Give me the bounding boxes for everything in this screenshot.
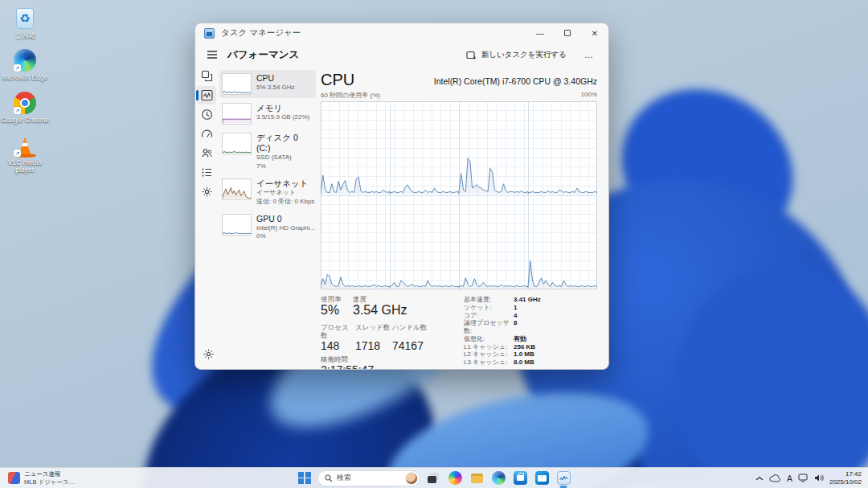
sidebar-item-disk[interactable]: ディスク 0 (C:) SSD (SATA) 7% xyxy=(219,129,316,174)
stat-label: プロセス数 xyxy=(321,323,355,339)
gpu-minichart xyxy=(222,214,252,236)
desktop-icon-label: Google Chrome xyxy=(0,117,50,124)
stat-label: L1 キャッシュ: xyxy=(464,343,514,351)
maximize-button[interactable] xyxy=(554,23,581,43)
cpu-stats-left: 使用率 速度 5% 3.54 GHz プロセス数 スレッド数 ハンドル数 14 xyxy=(321,295,462,370)
nav-details[interactable] xyxy=(197,163,216,182)
base-speed-value: 3.41 GHz xyxy=(514,296,541,304)
shortcut-arrow-icon: ↗ xyxy=(14,107,21,114)
sidebar-item-title: CPU xyxy=(256,73,295,84)
hamburger-menu-icon[interactable] xyxy=(202,50,223,59)
services-icon xyxy=(201,186,213,198)
copilot-button[interactable] xyxy=(446,470,464,487)
sidebar-item-memory[interactable]: メモリ 3.5/15.9 GB (22%) xyxy=(219,100,316,128)
desktop-icon-label: ごみ箱 xyxy=(0,32,50,39)
windows-logo-icon xyxy=(298,472,311,485)
desktop: ♻ ごみ箱 ↗ Microsoft Edge ↗ Google Chrome ↗… xyxy=(0,0,868,488)
outlook-button[interactable] xyxy=(533,470,551,487)
edge-icon xyxy=(492,471,506,485)
stat-label: 使用率 xyxy=(321,295,353,303)
sidebar-item-subtitle: 5% 3.54 GHz xyxy=(256,84,295,92)
task-manager-icon xyxy=(557,471,571,485)
nav-app-history[interactable] xyxy=(197,105,216,124)
sidebar-item-subtitle: 7% xyxy=(256,162,313,170)
widgets-button[interactable]: ニュース速報 MLB ドジャース… xyxy=(5,468,78,488)
tray-date: 2025/10/02 xyxy=(829,478,862,486)
minimize-button[interactable]: — xyxy=(526,23,554,43)
task-manager-button[interactable] xyxy=(555,470,572,487)
stat-label: スレッド数 xyxy=(355,323,392,339)
performance-icon xyxy=(201,89,213,101)
onedrive-cloud-icon[interactable] xyxy=(769,474,781,482)
nav-startup-apps[interactable] xyxy=(197,125,216,143)
run-new-task-button[interactable]: 新しいタスクを実行する xyxy=(460,47,573,64)
shortcut-arrow-icon: ↗ xyxy=(14,64,21,72)
cpu-usage-chart xyxy=(321,101,597,289)
app-history-icon xyxy=(201,109,213,121)
desktop-icon-label: Microsoft Edge xyxy=(0,74,50,81)
thread-count: 1718 xyxy=(355,339,392,352)
nav-rail xyxy=(195,67,218,369)
recycle-bin-icon: ♻ xyxy=(16,8,34,29)
l2-cache-value: 1.0 MB xyxy=(514,351,534,359)
settings-button[interactable] xyxy=(199,345,218,363)
widgets-headline: ニュース速報 xyxy=(24,470,75,478)
ime-indicator[interactable]: A xyxy=(787,474,792,483)
stat-label: L2 キャッシュ: xyxy=(464,351,514,359)
window-title: タスク マネージャー xyxy=(221,27,301,39)
edge-button[interactable] xyxy=(489,470,507,487)
nav-processes[interactable] xyxy=(197,67,216,85)
memory-minichart xyxy=(222,103,252,125)
titlebar[interactable]: タスク マネージャー — ✕ xyxy=(195,23,608,43)
start-button[interactable] xyxy=(296,470,313,487)
maximize-icon xyxy=(564,30,571,36)
search-icon xyxy=(325,474,333,482)
copilot-icon xyxy=(448,471,462,485)
outlook-icon xyxy=(535,471,549,485)
sidebar-item-subtitle: イーサネット xyxy=(256,189,313,197)
file-explorer-button[interactable] xyxy=(468,470,485,487)
stat-label: 基本速度: xyxy=(464,296,514,304)
nav-users[interactable] xyxy=(197,144,216,162)
gear-icon xyxy=(203,348,215,360)
sidebar-item-subtitle: SSD (SATA) xyxy=(256,154,313,162)
nav-services[interactable] xyxy=(197,182,216,201)
virtualization-value: 有効 xyxy=(514,335,526,343)
sidebar-item-subtitle: 0% xyxy=(256,232,313,240)
stat-label: ソケット: xyxy=(464,304,514,312)
desktop-icon-edge[interactable]: ↗ Microsoft Edge xyxy=(0,48,50,81)
tray-chevron-up-icon[interactable] xyxy=(755,476,764,481)
sidebar-item-ethernet[interactable]: イーサネット イーサネット 送信: 0 受信: 0 Kbps xyxy=(219,175,316,209)
sidebar-item-title: イーサネット xyxy=(256,178,313,189)
task-manager-window: タスク マネージャー — ✕ パフォーマンス 新しいタスクを実行する … xyxy=(194,23,609,370)
cpu-usage-value: 5% xyxy=(321,303,353,318)
details-icon xyxy=(201,166,213,178)
running-indicator xyxy=(560,486,567,488)
desktop-icon-vlc[interactable]: ↗ VLC media player xyxy=(0,133,50,174)
tray-clock[interactable]: 17:42 2025/10/02 xyxy=(829,470,865,486)
taskbar-search-input[interactable]: 検索 xyxy=(317,470,420,486)
nav-performance[interactable] xyxy=(197,86,216,105)
microsoft-store-icon xyxy=(514,471,527,485)
desktop-icon-chrome[interactable]: ↗ Google Chrome xyxy=(0,91,50,124)
search-highlight-avatar xyxy=(405,472,418,485)
cpu-model-name: Intel(R) Core(TM) i7-6700 CPU @ 3.40GHz xyxy=(434,76,597,88)
microsoft-store-button[interactable] xyxy=(511,470,529,487)
taskbar: ニュース速報 MLB ドジャース… 検索 xyxy=(0,467,868,488)
stat-label: コア: xyxy=(464,312,514,320)
new-task-icon xyxy=(466,50,477,60)
l3-cache-value: 8.0 MB xyxy=(514,359,534,367)
desktop-icon-label: VLC media player xyxy=(0,159,50,174)
sidebar-item-cpu[interactable]: CPU 5% 3.54 GHz xyxy=(219,70,316,98)
volume-icon[interactable] xyxy=(814,474,824,482)
stat-label: 仮想化: xyxy=(464,335,514,343)
network-icon[interactable] xyxy=(798,474,809,482)
run-new-task-label: 新しいタスクを実行する xyxy=(481,50,567,60)
desktop-icon-recycle-bin[interactable]: ♻ ごみ箱 xyxy=(0,6,50,39)
more-options-button[interactable]: … xyxy=(579,48,599,61)
search-placeholder: 検索 xyxy=(337,473,401,483)
cpu-minichart xyxy=(222,73,252,95)
close-button[interactable]: ✕ xyxy=(581,23,608,43)
sidebar-item-gpu[interactable]: GPU 0 Intel(R) HD Graphi... 0% xyxy=(219,211,316,244)
task-view-button[interactable] xyxy=(424,470,442,487)
